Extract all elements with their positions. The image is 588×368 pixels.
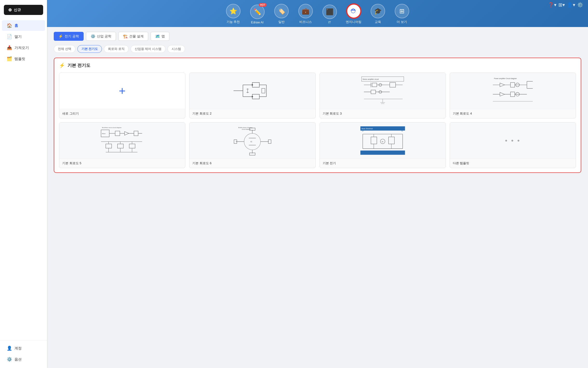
edraw-ai-icon: ✏️ [254, 8, 261, 16]
filter-circuit-logic[interactable]: 회로와 로직 [104, 45, 129, 53]
filter-basic-electrical-label: 기본 전기도 [81, 47, 98, 51]
circuit5-label: 기본 회로도 5 [59, 159, 185, 168]
import-icon: 📥 [7, 45, 12, 50]
basic-electrical-section: ⚡ 기본 전기도 + 새로 그리기 [54, 58, 581, 173]
category-more[interactable]: ⊞ 더 보기 [392, 4, 412, 24]
category-general[interactable]: 🏷️ 일반 [272, 4, 291, 24]
sidebar-label-account: 계정 [14, 346, 22, 351]
sidebar-item-templates[interactable]: 🗂️ 템플릿 [2, 54, 45, 64]
circuit4-svg: Power amplifier Circuit diagram [456, 75, 570, 106]
engineering-icon: ⛑ [351, 8, 357, 15]
template-grid: + 새로 그리기 [59, 73, 576, 168]
category-edraw-ai[interactable]: ✏️ HOT Edraw AI [248, 5, 267, 24]
sub-tab-map[interactable]: 🗺️ 맵 [151, 32, 169, 41]
recommend-icon-wrap: ⭐ [226, 4, 241, 18]
account-icon: 👤 [7, 346, 12, 351]
sub-tab-industrial[interactable]: ⚙️ 산업 공학 [86, 32, 116, 41]
circuit6-thumb: Mobile phone charging circuit diagram [189, 122, 315, 159]
file-icon: 📄 [7, 34, 12, 39]
filter-basic-electrical[interactable]: 기본 전기도 [77, 45, 102, 53]
hot-badge: HOT [259, 3, 266, 7]
category-it[interactable]: ⬛ IT [320, 5, 339, 24]
svg-text:Power amplifier Circuit diagra: Power amplifier Circuit diagram [494, 78, 517, 80]
svg-text:Motor: Motor [102, 133, 106, 134]
map-icon: 🗺️ [155, 34, 160, 39]
sidebar-label-templates: 템플릿 [14, 57, 25, 61]
it-icon-wrap: ⬛ [322, 5, 337, 19]
category-engineering[interactable]: ⛑ 엔지니어링 [344, 4, 363, 24]
template-new-draw[interactable]: + 새로 그리기 [59, 73, 185, 118]
more-label: 더 보기 [397, 20, 407, 24]
education-icon-wrap: 🎓 [371, 4, 385, 18]
sub-tab-electrical[interactable]: ⚡ 전기 공학 [54, 32, 84, 41]
recommend-icon: ⭐ [229, 8, 237, 15]
sub-tab-building-label: 건물 설계 [129, 34, 144, 39]
circuit6-label: 기본 회로도 6 [189, 159, 315, 168]
settings-button[interactable]: ⚙️ [577, 2, 583, 8]
circuit5-thumb: Brushless servo circuit diagram Motor [59, 122, 185, 159]
user-button[interactable]: 👤▾ [567, 2, 575, 8]
other-thumb: • • • [450, 122, 576, 159]
filter-system[interactable]: 시스템 [168, 45, 185, 53]
sub-tab-map-label: 맵 [161, 34, 165, 39]
sub-tab-industrial-label: 산업 공학 [97, 34, 111, 39]
sub-tab-building[interactable]: 🏗️ 건물 설계 [118, 32, 148, 41]
top-bar: ❓▾ ⊞▾ 👤▾ ⚙️ [548, 2, 583, 8]
svg-text:Basic Electrical: Basic Electrical [361, 128, 373, 129]
template-basic-elec[interactable]: Basic Electrical [320, 122, 446, 168]
filter-all[interactable]: 전체 선택 [54, 45, 75, 53]
svg-point-10 [252, 84, 253, 86]
svg-text:Brushless servo circuit diagra: Brushless servo circuit diagram [102, 127, 121, 128]
template-circuit5[interactable]: Brushless servo circuit diagram Motor [59, 122, 185, 168]
filter-circuit-logic-label: 회로와 로직 [108, 47, 125, 51]
business-icon: 💼 [302, 8, 309, 15]
circuit3-thumb: Stereo amplifier circuit [320, 73, 445, 109]
sidebar-label-import: 가져오기 [14, 46, 29, 50]
sidebar-item-account[interactable]: 👤 계정 [2, 343, 45, 354]
template-circuit2[interactable]: 기본 회로도 2 [189, 73, 315, 118]
general-icon: 🏷️ [278, 8, 285, 15]
filter-industrial-control[interactable]: 산업용 제어 시스템 [131, 45, 166, 53]
template-circuit4[interactable]: Power amplifier Circuit diagram [450, 73, 576, 118]
category-business[interactable]: 💼 비즈니스 [296, 4, 315, 24]
other-label: 다른 템플릿 [450, 159, 576, 168]
filter-system-label: 시스템 [172, 47, 181, 51]
sidebar-item-open[interactable]: 📄 열기 [2, 31, 45, 42]
sub-tab-electrical-label: 전기 공학 [65, 34, 79, 39]
template-circuit6[interactable]: Mobile phone charging circuit diagram [189, 122, 315, 168]
sidebar-label-open: 열기 [14, 35, 22, 39]
template-other[interactable]: • • • 다른 템플릿 [450, 122, 576, 168]
template-circuit3[interactable]: Stereo amplifier circuit [320, 73, 446, 118]
category-education[interactable]: 🎓 교육 [368, 4, 388, 24]
new-button[interactable]: ⊕ 신규 [4, 5, 43, 15]
basic-elec-svg: Basic Electrical [326, 125, 439, 156]
circuit6-svg: Mobile phone charging circuit diagram [196, 125, 309, 156]
sidebar-item-home[interactable]: 🏠 홈 [2, 20, 45, 31]
circuit3-label: 기본 회로도 3 [320, 109, 445, 118]
category-recommend[interactable]: ⭐ 기능 추천 [224, 4, 243, 24]
engineering-icon-wrap: ⛑ [347, 4, 361, 18]
more-icon: ⊞ [399, 8, 405, 15]
circuit5-svg: Brushless servo circuit diagram Motor [66, 125, 179, 156]
new-draw-thumb: + [59, 73, 185, 109]
filter-all-label: 전체 선택 [58, 47, 71, 51]
basic-elec-thumb: Basic Electrical [320, 122, 445, 159]
more-icon-wrap: ⊞ [395, 4, 409, 18]
apps-button[interactable]: ⊞▾ [558, 2, 565, 8]
education-icon: 🎓 [374, 8, 382, 15]
help-button[interactable]: ❓▾ [548, 2, 556, 8]
filter-industrial-control-label: 산업용 제어 시스템 [135, 47, 161, 51]
svg-rect-96 [360, 150, 405, 155]
category-bar: ❓▾ ⊞▾ 👤▾ ⚙️ ⭐ 기능 추천 ✏️ HOT Edraw AI 🏷️ 일… [47, 0, 588, 27]
sidebar-item-import[interactable]: 📥 가져오기 [2, 42, 45, 53]
industrial-icon: ⚙️ [91, 34, 95, 39]
sidebar-item-options[interactable]: ⚙️ 옵션 [2, 354, 45, 365]
section-title: 기본 전기도 [67, 63, 90, 68]
business-icon-wrap: 💼 [298, 4, 313, 18]
main-area: ❓▾ ⊞▾ 👤▾ ⚙️ ⭐ 기능 추천 ✏️ HOT Edraw AI 🏷️ 일… [47, 0, 588, 368]
new-draw-label: 새로 그리기 [59, 109, 185, 118]
sidebar-label-home: 홈 [14, 23, 18, 28]
it-icon: ⬛ [326, 8, 334, 16]
circuit2-svg [196, 75, 309, 106]
dots-icon: • • • [505, 137, 521, 145]
